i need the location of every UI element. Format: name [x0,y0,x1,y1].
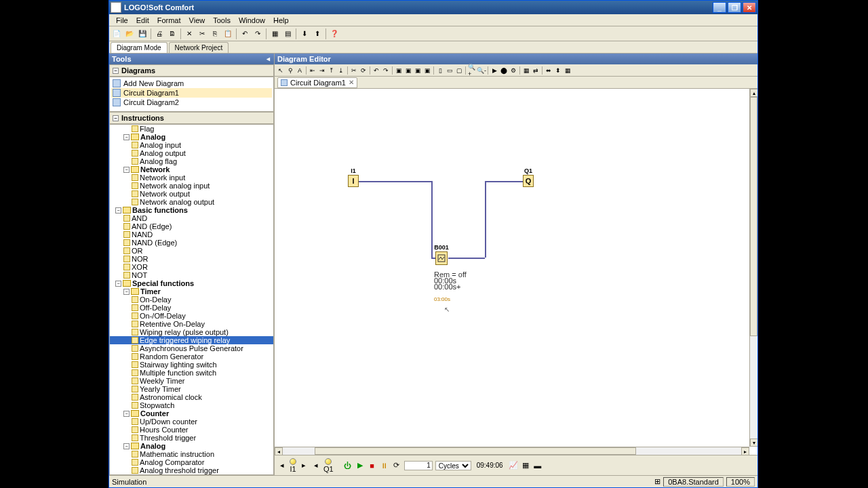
tree-folder[interactable]: −Counter [110,409,273,418]
tree-leaf[interactable]: XOR [110,263,273,271]
sim-input-i1[interactable]: I1 [290,458,296,473]
scroll-right-icon[interactable]: ▸ [741,447,749,455]
dist-v-icon[interactable]: ⬍ [553,66,563,75]
menu-tools[interactable]: Tools [209,15,235,26]
tree-leaf[interactable]: NOR [110,255,273,263]
new-icon[interactable]: 📄 [111,28,123,40]
online-test-icon[interactable]: ⬤ [499,66,509,75]
tree-leaf[interactable]: Retentive On-Delay [110,320,273,328]
tree-folder[interactable]: −Basic functions [110,206,273,214]
cut-icon[interactable]: ✂ [196,28,208,40]
tree-leaf[interactable]: Analog output [110,149,273,157]
sim-cycles-select[interactable]: Cycles [435,461,471,470]
collapse-icon[interactable]: − [123,167,130,173]
diagrams-toggle-icon[interactable]: – [113,68,119,74]
tree-leaf[interactable]: Analog input [110,141,273,149]
collapse-icon[interactable]: − [123,289,130,295]
reconnect-icon[interactable]: ⟳ [359,66,368,75]
collapse-icon[interactable]: − [123,411,130,417]
tree-leaf[interactable]: NAND [110,230,273,239]
text-icon[interactable]: A [295,66,304,75]
wire-segment[interactable] [485,181,486,258]
wire-segment[interactable] [359,181,431,182]
align-bottom-icon[interactable]: ⤓ [336,66,346,75]
menu-edit[interactable]: Edit [132,15,153,26]
zoom-out-icon[interactable]: 🔍- [477,66,486,75]
diagram-canvas[interactable]: I1 I Q1 Q [275,89,749,447]
tree-leaf[interactable]: Network output [110,190,273,198]
block-co-icon[interactable]: ▣ [394,66,403,75]
tree-leaf[interactable]: Network input [110,174,273,182]
minimize-button[interactable]: _ [713,2,726,13]
tree-leaf[interactable]: NOT [110,271,273,279]
sim-trend-icon[interactable]: 📈 [509,461,518,470]
wire-segment[interactable] [448,258,485,259]
collapse-icon[interactable]: − [115,281,121,287]
sim-play-icon[interactable]: ▶ [355,461,365,470]
block-sf-icon[interactable]: ▣ [413,66,422,75]
redo2-icon[interactable]: ↷ [381,66,391,75]
block-i1[interactable]: I1 I [348,175,359,187]
menu-help[interactable]: Help [269,15,293,26]
split-v-icon[interactable]: ▭ [445,66,454,75]
tree-leaf[interactable]: Edge triggered wiping relay [110,336,273,344]
save-icon[interactable]: 💾 [136,28,149,40]
block-q1[interactable]: Q1 Q [523,175,534,187]
split-h-icon[interactable]: ▯ [435,66,445,75]
tree-leaf[interactable]: Network analog output [110,198,273,206]
diagram-item[interactable]: Circuit Diagram2 [111,98,272,107]
open-icon[interactable]: 📂 [123,28,136,40]
help-pointer-icon[interactable]: ❓ [328,28,340,40]
tree-leaf[interactable]: Wiping relay (pulse output) [110,328,273,336]
sim-prev-icon[interactable]: ◂ [277,461,287,470]
tree-leaf[interactable]: Flag [110,125,273,133]
tab-network-project[interactable]: Network Project [169,42,229,53]
tree-leaf[interactable]: Yearly Timer [110,385,273,393]
menu-view[interactable]: View [185,15,210,26]
print-icon[interactable]: 🖨 [153,28,165,40]
page-layout-icon[interactable]: ▦ [521,66,531,75]
tree-leaf[interactable]: Off-Delay [110,304,273,312]
collapse-icon[interactable]: − [123,134,130,140]
zoom-in-icon[interactable]: 🔍+ [467,66,477,75]
sim-pause-icon[interactable]: ⏸ [380,461,389,470]
sim-stop-icon[interactable]: ■ [368,461,377,470]
instructions-section-header[interactable]: – Instructions [109,112,274,124]
sim-prev2-icon[interactable]: ◂ [311,461,321,470]
align-top-icon[interactable]: ⤒ [327,66,336,75]
redo-icon[interactable]: ↷ [252,28,264,40]
collapse-arrow-icon[interactable]: ◄ [265,56,271,62]
dist-h-icon[interactable]: ⬌ [544,66,553,75]
block-b001[interactable]: B001 [435,251,448,265]
editor-tab[interactable]: Circuit Diagram1 ✕ [277,77,357,88]
tab-close-icon[interactable]: ✕ [349,79,354,86]
cut-wire-icon[interactable]: ✂ [349,66,359,75]
wire-segment[interactable] [431,181,433,258]
add-new-diagram[interactable]: Add New Diagram [111,79,272,88]
tree-leaf[interactable]: Asynchronous Pulse Generator [110,344,273,352]
collapse-icon[interactable]: − [115,207,121,214]
tree-folder[interactable]: −Analog [110,442,273,450]
tree-leaf[interactable]: Multiple function switch [110,369,273,377]
tree-leaf[interactable]: Weekly Timer [110,377,273,385]
tree-leaf[interactable]: OR [110,247,273,255]
tree-leaf[interactable]: NAND (Edge) [110,239,273,247]
scroll-up-icon[interactable]: ▴ [750,89,757,97]
split-none-icon[interactable]: ▢ [454,66,464,75]
params-icon[interactable]: ⚙ [509,66,518,75]
diagrams-section-header[interactable]: – Diagrams [109,64,274,77]
close-button[interactable]: ✕ [743,2,756,13]
tree-leaf[interactable]: Analog Comparator [110,458,273,466]
wire-segment[interactable] [485,181,523,182]
sim-step-icon[interactable]: ⟳ [392,461,401,470]
vertical-scrollbar[interactable]: ▴ ▾ [749,89,757,447]
tree-leaf[interactable]: AND (Edge) [110,222,273,230]
sim-next-icon[interactable]: ▸ [299,461,309,470]
diagram-item[interactable]: Circuit Diagram1 [111,88,272,98]
layout-icon-1[interactable]: ▦ [269,28,281,40]
tab-diagram-mode[interactable]: Diagram Mode [111,42,167,53]
tree-folder[interactable]: −Analog [110,133,273,141]
tree-folder[interactable]: −Timer [110,287,273,296]
tree-leaf[interactable]: On-/Off-Delay [110,312,273,320]
sim-table-icon[interactable]: ▦ [521,461,530,470]
